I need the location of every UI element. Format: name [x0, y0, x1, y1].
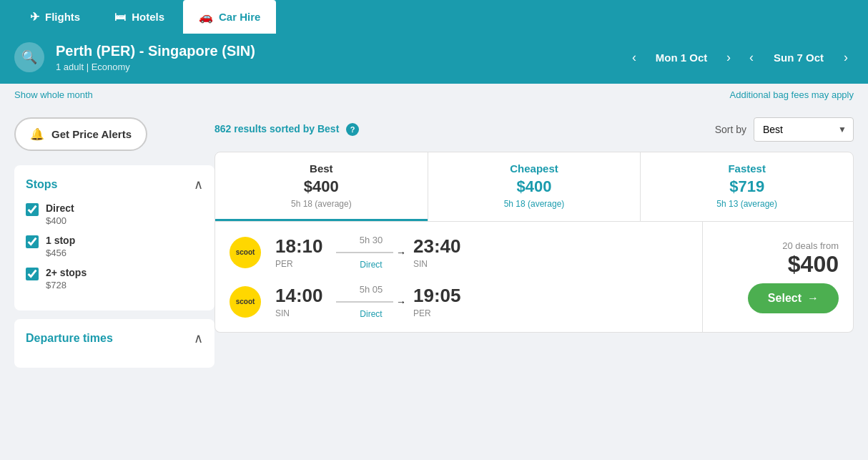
one-stop-label: 1 stop [46, 235, 75, 246]
results-section: 862 results sorted by Best ? Sort by Bes… [214, 106, 854, 376]
outbound-arrive-time: 23:40 [413, 235, 467, 258]
nav-bar: ✈ Flights 🛏 Hotels 🚗 Car Hire [0, 0, 868, 34]
tab-best[interactable]: Best $400 5h 18 (average) [215, 152, 428, 221]
departure-chevron[interactable]: ∧ [194, 331, 203, 346]
bell-icon: 🔔 [30, 127, 44, 141]
show-month-link[interactable]: Show whole month [14, 89, 93, 100]
return-flight-line [336, 301, 393, 303]
search-dates: ‹ Mon 1 Oct › ‹ Sun 7 Oct › [626, 47, 854, 68]
sort-highlight: Best [317, 123, 339, 134]
flights-label: Flights [45, 11, 80, 23]
cheapest-tab-avg: 5h 18 (average) [440, 199, 629, 209]
filter-2plus-stops: 2+ stops $728 [26, 267, 203, 290]
best-tab-name: Best [227, 162, 416, 175]
outbound-arrive: 23:40 SIN [413, 235, 467, 269]
price-separator [702, 222, 703, 332]
prev-depart-date[interactable]: ‹ [626, 47, 642, 68]
stops-chevron[interactable]: ∧ [194, 177, 203, 192]
stops-filter: Stops ∧ Direct $400 1 stop $456 [14, 165, 214, 310]
next-depart-date[interactable]: › [721, 47, 736, 68]
results-count: 862 results sorted by Best ? [214, 123, 359, 136]
return-arrive-time: 19:05 [413, 285, 467, 307]
cabin-class: Economy [92, 62, 130, 72]
car-icon: 🚗 [199, 10, 213, 24]
outbound-duration: 5h 30 → Direct [336, 235, 406, 270]
direct-label: Direct [46, 202, 74, 214]
price-alert-label: Get Price Alerts [51, 128, 132, 140]
one-stop-price: $456 [46, 248, 75, 258]
outbound-duration-text: 5h 30 [360, 235, 383, 245]
car-hire-label: Car Hire [219, 11, 260, 23]
outbound-airline-logo: scoot [230, 237, 261, 268]
return-depart: 14:00 SIN [275, 285, 329, 318]
two-plus-filter-info: 2+ stops $728 [46, 267, 87, 290]
adult-count: 1 adult [56, 62, 84, 72]
two-plus-stops-checkbox[interactable] [26, 268, 39, 280]
outbound-stop-type: Direct [360, 260, 382, 270]
search-text-block: Perth (PER) - Singapore (SIN) 1 adult | … [56, 43, 615, 72]
filter-direct: Direct $400 [26, 202, 203, 226]
cheapest-tab-name: Cheapest [440, 162, 629, 175]
fastest-tab-price: $719 [652, 177, 842, 196]
sort-select[interactable]: Best Cheapest Fastest Shortest [754, 117, 854, 142]
fastest-tab-avg: 5h 13 (average) [652, 199, 842, 209]
next-return-date[interactable]: › [838, 47, 854, 68]
sidebar: 🔔 Get Price Alerts Stops ∧ Direct $400 1… [14, 106, 214, 376]
outbound-depart-time: 18:10 [275, 235, 329, 258]
outbound-depart: 18:10 PER [275, 235, 329, 269]
return-duration: 5h 05 → Direct [336, 284, 406, 319]
direct-price: $400 [46, 215, 74, 226]
outbound-row: scoot 18:10 PER 5h 30 → [215, 222, 681, 277]
flight-card-inner: scoot 18:10 PER 5h 30 → [215, 222, 853, 332]
return-airline-logo: scoot [230, 286, 261, 318]
filter-1stop: 1 stop $456 [26, 235, 203, 258]
outbound-times: 18:10 PER 5h 30 → Direct [275, 235, 666, 270]
return-depart-time: 14:00 [275, 285, 329, 307]
outbound-arrow: → [396, 247, 406, 258]
select-label: Select [768, 292, 802, 305]
fastest-tab-name: Fastest [652, 162, 842, 175]
select-button[interactable]: Select → [748, 283, 839, 313]
tab-cheapest[interactable]: Cheapest $400 5h 18 (average) [428, 152, 641, 221]
cheapest-tab-price: $400 [440, 177, 629, 196]
stops-title: Stops [26, 178, 57, 191]
return-arrow: → [396, 296, 406, 308]
return-date: Sun 7 Oct [766, 52, 831, 64]
sort-container: Sort by Best Cheapest Fastest Shortest [715, 117, 854, 142]
search-details: 1 adult | Economy [56, 62, 615, 72]
deals-from-label: 20 deals from [782, 240, 839, 251]
bag-fees-notice: Additional bag fees may apply [730, 89, 854, 100]
outbound-airline-name: scoot [236, 248, 255, 257]
departure-filter-header: Departure times ∧ [26, 331, 203, 346]
departure-filter: Departure times ∧ [14, 319, 214, 368]
search-bar: 🔍 Perth (PER) - Singapore (SIN) 1 adult … [0, 34, 868, 84]
best-tab-avg: 5h 18 (average) [227, 199, 416, 209]
direct-filter-info: Direct $400 [46, 202, 74, 226]
return-duration-text: 5h 05 [360, 284, 383, 295]
tab-fastest[interactable]: Fastest $719 5h 13 (average) [641, 152, 853, 221]
search-route: Perth (PER) - Singapore (SIN) [56, 43, 615, 59]
return-line: → [336, 296, 406, 308]
tab-flights[interactable]: ✈ Flights [14, 0, 96, 34]
flights-icon: ✈ [30, 10, 39, 24]
prev-return-date[interactable]: ‹ [744, 47, 759, 68]
return-arrive-airport: PER [413, 308, 467, 318]
flight-segments: scoot 18:10 PER 5h 30 → [215, 222, 681, 332]
departure-title: Departure times [26, 332, 113, 345]
flight-price: $400 [788, 251, 839, 278]
return-stop-type: Direct [360, 309, 382, 319]
best-tab-price: $400 [227, 177, 416, 196]
tab-car-hire[interactable]: 🚗 Car Hire [183, 0, 276, 34]
direct-checkbox[interactable] [26, 203, 39, 216]
one-stop-checkbox[interactable] [26, 235, 39, 248]
two-plus-price: $728 [46, 280, 87, 290]
search-button[interactable]: 🔍 [14, 42, 44, 72]
tab-hotels[interactable]: 🛏 Hotels [99, 0, 180, 34]
price-alert-button[interactable]: 🔔 Get Price Alerts [14, 117, 147, 151]
return-times: 14:00 SIN 5h 05 → Direct [275, 284, 666, 319]
sub-nav: Show whole month Additional bag fees may… [0, 84, 868, 106]
return-arrive: 19:05 PER [413, 285, 467, 318]
outbound-line: → [336, 247, 406, 258]
return-airline-name: scoot [236, 298, 255, 306]
hotels-label: Hotels [132, 11, 164, 23]
